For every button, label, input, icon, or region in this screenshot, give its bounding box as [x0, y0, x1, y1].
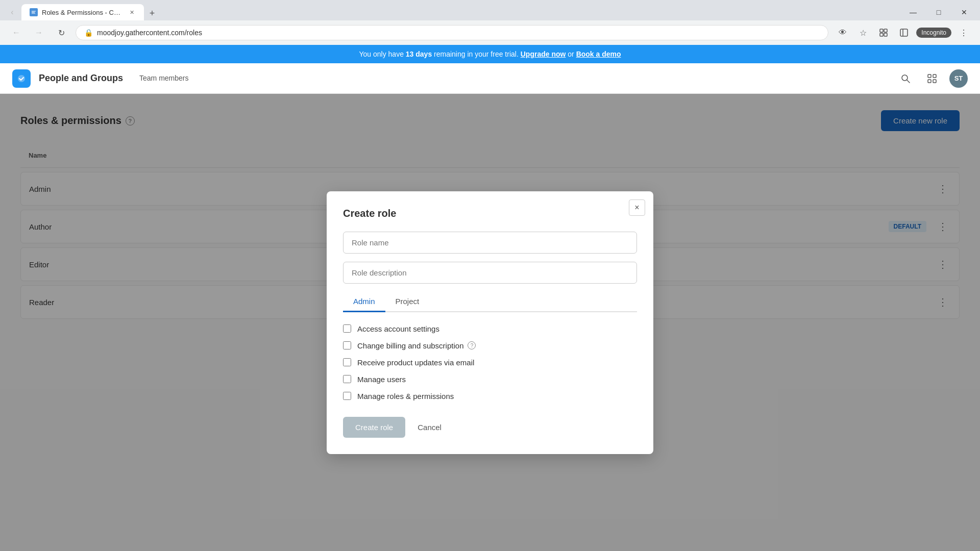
permission-item-access-account: Access account settings: [343, 324, 637, 333]
address-bar[interactable]: 🔒 moodjoy.gathercontent.com/roles: [76, 25, 828, 40]
manage-roles-checkbox[interactable]: [343, 392, 351, 400]
search-icon[interactable]: [896, 69, 915, 88]
tab-bar: ‹ Roles & Permissions - Content ✕ +: [4, 4, 897, 20]
svg-point-7: [902, 75, 908, 81]
svg-rect-11: [928, 80, 931, 83]
tab-title: Roles & Permissions - Content: [42, 9, 124, 16]
tab-project[interactable]: Project: [385, 292, 430, 312]
svg-rect-12: [933, 80, 936, 83]
svg-rect-10: [933, 74, 936, 78]
user-avatar[interactable]: ST: [949, 69, 968, 88]
sidebar-icon[interactable]: [896, 24, 912, 41]
app-wrapper: You only have 13 days remaining in your …: [0, 45, 980, 551]
svg-rect-4: [884, 33, 887, 36]
modal-tabs: Admin Project: [343, 292, 637, 312]
nav-icons: 👁 ☆ Incognito ⋮: [835, 24, 972, 41]
tab-list-arrow[interactable]: ‹: [4, 4, 20, 20]
svg-rect-1: [880, 29, 883, 32]
back-button[interactable]: ←: [8, 24, 24, 41]
svg-rect-5: [900, 29, 908, 36]
browser-nav-bar: ← → ↻ 🔒 moodjoy.gathercontent.com/roles …: [0, 20, 980, 45]
upgrade-link[interactable]: Upgrade now: [521, 50, 566, 58]
access-account-checkbox[interactable]: [343, 324, 351, 333]
window-close-button[interactable]: ✕: [952, 4, 976, 20]
modal-overlay: Create role × Admin Project: [0, 94, 980, 551]
trial-separator: or: [566, 50, 576, 58]
billing-label[interactable]: Change billing and subscription ?: [357, 341, 476, 350]
svg-rect-2: [884, 29, 887, 32]
tab-favicon: [30, 8, 38, 16]
trial-prefix: You only have: [359, 50, 405, 58]
app-header: People and Groups Team members ST: [0, 63, 980, 94]
role-description-input[interactable]: [343, 262, 637, 284]
svg-rect-3: [880, 33, 883, 36]
permission-item-billing: Change billing and subscription ?: [343, 341, 637, 350]
permission-item-manage-users: Manage users: [343, 375, 637, 384]
trial-middle: remaining in your free trial.: [432, 50, 521, 58]
tab-close-button[interactable]: ✕: [128, 8, 136, 16]
eye-slash-icon[interactable]: 👁: [835, 24, 851, 41]
maximize-button[interactable]: □: [927, 4, 950, 20]
window-controls: — □ ✕: [901, 4, 976, 20]
modal-actions: Create role Cancel: [343, 417, 637, 438]
access-account-label[interactable]: Access account settings: [357, 324, 439, 333]
page-content: Roles & permissions ? Create new role Na…: [0, 94, 980, 551]
role-name-input[interactable]: [343, 232, 637, 254]
minimize-button[interactable]: —: [901, 4, 925, 20]
create-role-button[interactable]: Create role: [343, 417, 405, 438]
permission-item-manage-roles: Manage roles & permissions: [343, 392, 637, 400]
cancel-button[interactable]: Cancel: [413, 417, 446, 438]
more-menu-icon[interactable]: ⋮: [955, 24, 972, 41]
incognito-badge: Incognito: [916, 28, 951, 38]
star-icon[interactable]: ☆: [855, 24, 871, 41]
svg-line-8: [907, 80, 910, 83]
app-title: People and Groups: [39, 73, 123, 84]
modal-title: Create role: [343, 208, 637, 219]
product-updates-label[interactable]: Receive product updates via email: [357, 358, 474, 367]
billing-help-icon[interactable]: ?: [468, 341, 476, 349]
trial-banner: You only have 13 days remaining in your …: [0, 45, 980, 63]
manage-users-checkbox[interactable]: [343, 375, 351, 383]
lock-icon: 🔒: [84, 29, 93, 37]
permission-item-product-updates: Receive product updates via email: [343, 358, 637, 367]
billing-checkbox[interactable]: [343, 341, 351, 349]
app-logo: [12, 69, 31, 88]
trial-days: 13 days: [406, 50, 432, 58]
create-role-modal: Create role × Admin Project: [327, 191, 653, 454]
permissions-list: Access account settings Change billing a…: [343, 324, 637, 400]
browser-top-bar: ‹ Roles & Permissions - Content ✕ + — □ …: [0, 0, 980, 20]
header-tab-team-members[interactable]: Team members: [131, 70, 197, 87]
forward-button[interactable]: →: [31, 24, 47, 41]
browser-tab[interactable]: Roles & Permissions - Content ✕: [21, 4, 144, 20]
modal-close-button[interactable]: ×: [629, 199, 645, 216]
product-updates-checkbox[interactable]: [343, 358, 351, 366]
reload-button[interactable]: ↻: [53, 24, 69, 41]
new-tab-button[interactable]: +: [145, 6, 159, 20]
grid-icon[interactable]: [923, 69, 941, 88]
tab-admin[interactable]: Admin: [343, 292, 385, 312]
demo-link[interactable]: Book a demo: [576, 50, 621, 58]
manage-users-label[interactable]: Manage users: [357, 375, 406, 384]
header-right: ST: [896, 69, 968, 88]
manage-roles-label[interactable]: Manage roles & permissions: [357, 392, 454, 400]
extension-icon[interactable]: [875, 24, 892, 41]
svg-rect-9: [928, 74, 931, 78]
address-text: moodjoy.gathercontent.com/roles: [97, 29, 820, 37]
